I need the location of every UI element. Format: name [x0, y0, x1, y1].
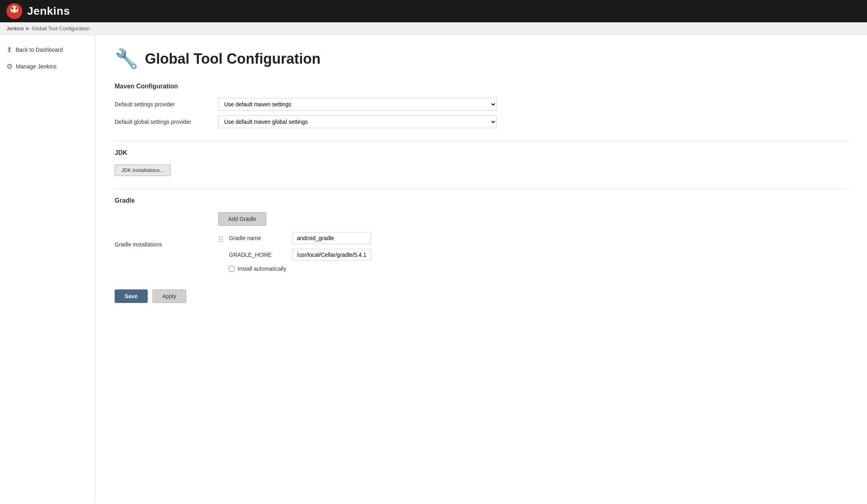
- gradle-section: Gradle Gradle installations Add Gradle ⠿…: [115, 197, 848, 277]
- default-global-settings-label: Default global settings provider: [115, 119, 218, 125]
- gradle-installations-controls: Add Gradle ⠿ Gradle name GRADLE_HOME: [218, 212, 371, 277]
- add-gradle-button[interactable]: Add Gradle: [218, 212, 266, 226]
- sidebar-item-label: Manage Jenkins: [16, 63, 57, 70]
- sidebar-item-manage-jenkins[interactable]: ⚙ Manage Jenkins: [0, 58, 95, 75]
- arrow-up-icon: ⬆: [6, 45, 12, 54]
- app-header: Jenkins: [0, 0, 867, 22]
- main-content: 🔧 Global Tool Configuration Maven Config…: [96, 35, 867, 503]
- svg-point-2: [12, 7, 13, 10]
- divider-1: [115, 141, 848, 141]
- maven-config-title: Maven Configuration: [115, 83, 848, 92]
- divider-2: [115, 189, 848, 189]
- default-global-settings-row: Default global settings provider Use def…: [115, 115, 848, 128]
- breadcrumb-root[interactable]: Jenkins: [6, 25, 24, 31]
- install-auto-row: Install automatically: [229, 266, 371, 272]
- gradle-fields: Gradle name GRADLE_HOME Install automati…: [229, 232, 371, 277]
- sidebar-item-back-to-dashboard[interactable]: ⬆ Back to Dashboard: [0, 41, 95, 58]
- jdk-installations-button[interactable]: JDK installations...: [115, 164, 171, 176]
- save-button[interactable]: Save: [115, 289, 148, 303]
- default-settings-row: Default settings provider Use default ma…: [115, 98, 848, 111]
- default-settings-select[interactable]: Use default maven settings: [218, 98, 497, 111]
- gradle-home-input[interactable]: [293, 249, 371, 261]
- breadcrumb: Jenkins ▶ Global Tool Configuration: [0, 22, 867, 35]
- app-title: Jenkins: [27, 5, 70, 18]
- gradle-title: Gradle: [115, 197, 848, 206]
- wrench-icon: 🔧: [115, 48, 139, 70]
- breadcrumb-current: Global Tool Configuration: [32, 25, 90, 31]
- page-header: 🔧 Global Tool Configuration: [115, 48, 848, 70]
- sidebar: ⬆ Back to Dashboard ⚙ Manage Jenkins: [0, 35, 96, 503]
- gradle-home-label: GRADLE_HOME: [229, 252, 293, 258]
- gradle-name-label: Gradle name: [229, 235, 293, 241]
- svg-point-3: [16, 7, 17, 10]
- add-gradle-row: Add Gradle: [218, 212, 371, 226]
- jdk-title: JDK: [115, 149, 848, 158]
- install-auto-checkbox[interactable]: [229, 266, 234, 272]
- gradle-installations-label: Gradle installations: [115, 241, 218, 248]
- gradle-installation-entry: ⠿ Gradle name GRADLE_HOME: [218, 232, 371, 277]
- breadcrumb-separator: ▶: [26, 26, 29, 31]
- install-auto-label: Install automatically: [238, 266, 286, 272]
- gradle-home-row: GRADLE_HOME: [229, 249, 371, 261]
- page-layout: ⬆ Back to Dashboard ⚙ Manage Jenkins 🔧 G…: [0, 35, 867, 503]
- action-buttons: Save Apply: [115, 289, 848, 303]
- default-settings-label: Default settings provider: [115, 101, 218, 107]
- jenkins-logo: [6, 3, 22, 19]
- apply-button[interactable]: Apply: [152, 289, 186, 303]
- maven-config-section: Maven Configuration Default settings pro…: [115, 83, 848, 128]
- default-global-settings-select[interactable]: Use default maven global settings: [218, 115, 497, 128]
- gradle-installations-row: Gradle installations Add Gradle ⠿ Gradle…: [115, 212, 848, 277]
- gradle-name-input[interactable]: [293, 232, 371, 244]
- sidebar-item-label: Back to Dashboard: [16, 47, 63, 53]
- gear-icon: ⚙: [6, 62, 13, 71]
- svg-point-1: [10, 6, 18, 14]
- drag-handle-icon: ⠿: [218, 235, 224, 245]
- gradle-name-row: Gradle name: [229, 232, 371, 244]
- jdk-section: JDK JDK installations...: [115, 149, 848, 176]
- page-title: Global Tool Configuration: [145, 51, 320, 67]
